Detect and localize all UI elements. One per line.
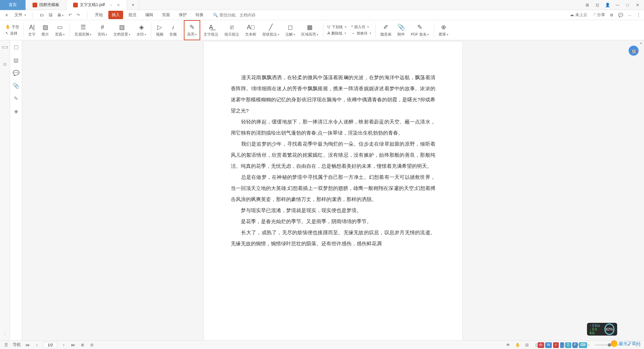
ribbon-text-annot[interactable]: A͟文字批注 bbox=[201, 20, 221, 40]
undo-icon[interactable]: ↶ bbox=[68, 13, 72, 17]
tab-edit[interactable]: 编辑 bbox=[142, 11, 157, 19]
paragraph: 总是在做梦，在神秘的梦境中寻找属于自己那一方净土。幻想着有一天可以拯救世界，当一… bbox=[231, 171, 435, 205]
ribbon-watermark[interactable]: ◈水印▾ bbox=[134, 20, 149, 40]
ribbon-stamp[interactable]: ⊕图章▾ bbox=[436, 20, 451, 40]
video-icon: ▷ bbox=[157, 23, 162, 31]
file-menu[interactable]: 文件▾ bbox=[12, 12, 28, 18]
indicate-icon: ⎚ bbox=[230, 23, 234, 31]
minimize-button[interactable]: — bbox=[614, 2, 621, 8]
ribbon-indicate-annot[interactable]: ⎚指示批注 bbox=[222, 20, 242, 40]
replace-caret[interactable]: ↔替换符▾ bbox=[351, 31, 371, 36]
ribbon-image[interactable]: ▧图片 bbox=[39, 20, 52, 40]
attachment-icon[interactable]: 📎 bbox=[13, 83, 19, 89]
tab-home[interactable]: 首页 bbox=[0, 0, 26, 10]
strike-tool[interactable]: A̶删除线▾ bbox=[327, 31, 346, 36]
close-button[interactable]: ✕ bbox=[635, 2, 641, 8]
thumbnail-icon[interactable]: ▧ bbox=[13, 57, 19, 63]
scroll-up-icon[interactable]: ▲ bbox=[639, 41, 643, 45]
ai-assistant-button[interactable]: 🤖 bbox=[629, 46, 639, 56]
page-icon: ▭ bbox=[57, 23, 63, 31]
tab-insert[interactable]: 插入 bbox=[108, 11, 123, 19]
ribbon-area-highlight[interactable]: ▦区域高亮▾ bbox=[299, 20, 321, 40]
perf-circle: 82% bbox=[604, 323, 614, 335]
ribbon-highlight[interactable]: ✎高亮▾ bbox=[184, 20, 200, 40]
nav-toggle-icon[interactable]: ☰ bbox=[3, 342, 9, 348]
tab-document[interactable]: 文字文稿1.pdf ○ ✕ bbox=[66, 0, 127, 10]
prev-page-icon[interactable]: ‹ bbox=[34, 342, 40, 348]
cloud-status[interactable]: ☁ 未上云 bbox=[570, 12, 587, 18]
save-icon[interactable]: 🖫 bbox=[49, 13, 53, 17]
more-icon[interactable]: ⋮ bbox=[637, 13, 641, 17]
hand-icon2[interactable]: ✋ bbox=[515, 342, 520, 348]
ribbon-sign[interactable]: ✎PDF 签名▾ bbox=[408, 20, 432, 40]
ribbon-freedraw[interactable]: ✐随意画 bbox=[378, 20, 394, 40]
collapse-icon[interactable]: ︿ bbox=[628, 12, 632, 18]
tab-convert[interactable]: 转换 bbox=[192, 11, 207, 19]
ribbon-text[interactable]: A|文字 bbox=[25, 20, 38, 40]
nav-label[interactable]: 导航 bbox=[13, 342, 21, 348]
tab-annotate[interactable]: 批注 bbox=[125, 11, 140, 19]
signature-icon[interactable]: ✎ bbox=[13, 95, 19, 101]
ribbon-video[interactable]: ▷视频 bbox=[153, 20, 166, 40]
comment-icon[interactable]: 💬 bbox=[13, 70, 19, 76]
ribbon-attach[interactable]: 📎附件 bbox=[395, 20, 408, 40]
share-button[interactable]: ↗ 分享 bbox=[592, 12, 605, 18]
chat-icon[interactable]: 💬 bbox=[618, 13, 623, 17]
ime-bar[interactable]: 中W✓,☰P⌨ bbox=[538, 342, 587, 348]
select-tool[interactable]: ↖选择 bbox=[5, 31, 19, 36]
page-input[interactable] bbox=[44, 342, 57, 348]
fit-width-icon[interactable]: ⊟ bbox=[524, 342, 530, 348]
watermark-icon: ◈ bbox=[139, 23, 144, 31]
tab-cloud-icon[interactable]: ○ bbox=[110, 3, 112, 7]
more-tools[interactable]: ⋯ bbox=[3, 332, 7, 336]
print-icon[interactable]: 🖶▾ bbox=[57, 13, 64, 17]
ruler-icon[interactable]: ⊏⊐ bbox=[2, 45, 8, 49]
textbox-icon: A□ bbox=[247, 23, 255, 31]
hand-tool[interactable]: ✋手型 bbox=[5, 24, 19, 30]
compare-icon[interactable]: ⊡ bbox=[3, 62, 6, 66]
fit-plus-icon[interactable]: ⊕ bbox=[80, 342, 85, 348]
ribbon-shape-annot[interactable]: ╱形状批注▾ bbox=[260, 20, 282, 40]
ribbon-textbox[interactable]: A□文本框 bbox=[243, 20, 259, 40]
first-page-icon[interactable]: ⏮ bbox=[25, 342, 30, 348]
attach-icon: 📎 bbox=[397, 23, 405, 31]
maximize-button[interactable]: □ bbox=[625, 2, 631, 8]
layers-icon[interactable]: ◈ bbox=[13, 108, 19, 114]
perf-widget[interactable]: ↑ 0 K/s ↓ 0.3 K/s 82% bbox=[587, 323, 617, 336]
bookmark-icon[interactable]: ☐ bbox=[13, 44, 19, 50]
tab-templates[interactable]: 找稻壳模板 bbox=[26, 0, 66, 10]
ribbon-header-footer[interactable]: ☰页眉页脚▾ bbox=[72, 20, 94, 40]
fit-minus-icon[interactable]: ⊖ bbox=[89, 342, 95, 348]
search-input[interactable] bbox=[219, 13, 273, 17]
tab-page[interactable]: 页面 bbox=[159, 11, 173, 19]
apps-icon[interactable]: ⊡ bbox=[594, 2, 600, 8]
tab-protect[interactable]: 保护 bbox=[175, 11, 190, 19]
layout-icon[interactable]: ⊞ bbox=[584, 2, 590, 8]
ribbon-note[interactable]: ◻注解▾ bbox=[283, 20, 298, 40]
last-page-icon[interactable]: ⏭ bbox=[70, 342, 76, 348]
caret-icon: ^ bbox=[351, 24, 353, 29]
insert-caret[interactable]: ^插入符▾ bbox=[351, 24, 371, 30]
ribbon-pagenum[interactable]: #页码▾ bbox=[95, 20, 110, 40]
paragraph: 是花季，是春光灿烂的季节。又是雨季，阴雨绵绵的季节。 bbox=[231, 216, 435, 227]
window-controls: ⊞ ⊡ 👤 — □ ✕ bbox=[584, 2, 644, 8]
left-rail-tools: ⊏⊐ ⊡ ⋯ bbox=[0, 40, 10, 340]
ribbon-audio[interactable]: ♪音频 bbox=[167, 20, 179, 40]
tab-new[interactable]: + bbox=[127, 0, 139, 10]
next-page-icon[interactable]: › bbox=[61, 342, 66, 348]
ribbon-background[interactable]: ▨文档背景▾ bbox=[111, 20, 133, 40]
shape-icon: ╱ bbox=[269, 23, 273, 31]
avatar-icon[interactable]: 👤 bbox=[604, 2, 610, 8]
underline-tool[interactable]: U下划线▾ bbox=[327, 24, 346, 30]
wps-icon bbox=[33, 3, 37, 7]
close-icon[interactable]: ✕ bbox=[117, 3, 120, 7]
search-box[interactable]: 🔍 bbox=[213, 13, 273, 17]
tab-start[interactable]: 开始 bbox=[92, 11, 106, 19]
hamburger-icon[interactable]: ≡ bbox=[3, 13, 10, 17]
eye-icon[interactable]: 👁 bbox=[505, 342, 511, 348]
page-viewport[interactable]: 漫天花雨飘飘洒洒，在轻柔的微风中荡漾着斑斓的光波，在梦的海洋中远航，飘荡着清香阵… bbox=[22, 40, 644, 340]
open-icon[interactable]: 🗁 bbox=[40, 13, 44, 17]
gear-icon[interactable]: ⚙ bbox=[610, 13, 613, 17]
ribbon-page[interactable]: ▭页面▾ bbox=[52, 20, 67, 40]
redo-icon[interactable]: ↷ bbox=[76, 13, 80, 17]
